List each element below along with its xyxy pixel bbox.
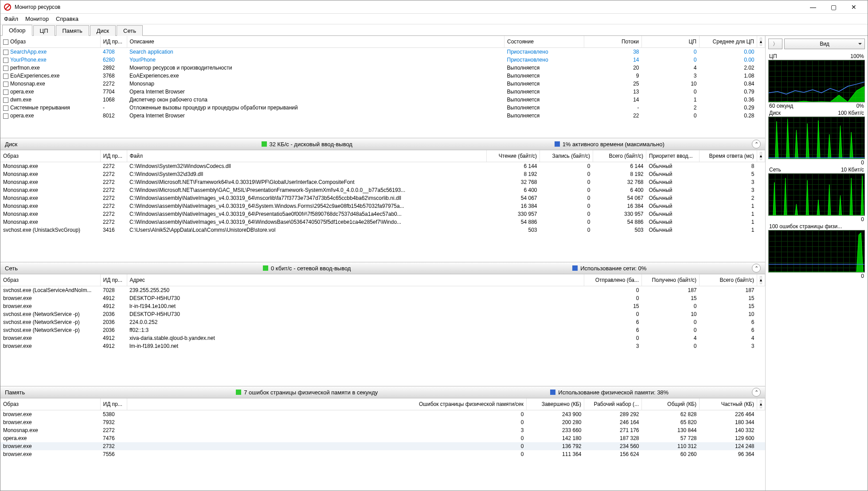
menu-monitor[interactable]: Монитор — [25, 16, 49, 22]
col-private[interactable]: Частный (КБ) — [700, 398, 757, 410]
scroll-up-icon[interactable]: ▲ — [760, 276, 762, 284]
table-row[interactable]: perfmon.exe2892Монитор ресурсов и произв… — [0, 64, 765, 72]
checkbox-all[interactable] — [3, 39, 8, 45]
col-priority[interactable]: Приоритет ввод... — [646, 150, 700, 162]
col-resp[interactable]: Время ответа (мс) — [700, 150, 757, 162]
row-checkbox[interactable] — [3, 113, 8, 119]
table-row[interactable]: YourPhone.exe6280YourPhoneПриостановлено… — [0, 56, 765, 64]
titlebar[interactable]: Монитор ресурсов — ▢ ✕ — [0, 0, 868, 14]
table-row[interactable]: svchost.exe (LocalServiceAndNoIm...70282… — [0, 286, 765, 295]
col-desc[interactable]: Описание — [127, 36, 504, 48]
col-image[interactable]: Образ — [10, 39, 26, 45]
table-row[interactable]: Monosnap.exe2272C:\Windows\Microsoft.NET… — [0, 178, 765, 186]
col-share[interactable]: Общий (КБ) — [642, 398, 700, 410]
disk-section-header[interactable]: Диск 32 КБ/с - дисковый ввод-вывод 1% ак… — [0, 138, 765, 150]
row-checkbox[interactable] — [3, 90, 8, 95]
table-row[interactable]: browser.exe4912DESKTOP-H5HU73001515 — [0, 294, 765, 302]
tab-memory[interactable]: Память — [56, 25, 89, 36]
col-pid[interactable]: ИД пр... — [100, 398, 127, 410]
table-row[interactable]: browser.exe4912lm-in-f189.1e100.net303 — [0, 342, 765, 350]
col-total[interactable]: Всего (байт/с) — [700, 274, 757, 286]
col-cpu[interactable]: ЦП — [642, 36, 700, 48]
table-row[interactable]: dwm.exe1068Диспетчер окон рабочего стола… — [0, 96, 765, 104]
col-pid[interactable]: ИД пр... — [100, 36, 127, 48]
table-row[interactable]: browser.exe4912xiva-daria.stable.qloud-b… — [0, 334, 765, 342]
table-row[interactable]: svchost.exe (UnistackSvcGroup)3416C:\Use… — [0, 226, 765, 234]
table-row[interactable]: browser.exe4912lr-in-f194.1e100.net15015 — [0, 302, 765, 310]
expand-sidebar-button[interactable]: 〉 — [768, 39, 782, 49]
menu-help[interactable]: Справка — [56, 16, 78, 22]
col-threads[interactable]: Потоки — [584, 36, 642, 48]
network-section-header[interactable]: Сеть 0 кбит/с - сетевой ввод-вывод Испол… — [0, 262, 765, 274]
disk-grid[interactable]: Образ ИД пр... Файл Чтение (байт/с) Запи… — [0, 150, 765, 262]
row-checkbox[interactable] — [3, 50, 8, 55]
collapse-icon[interactable]: ⌃ — [752, 264, 761, 273]
table-row[interactable]: svchost.exe (NetworkService -p)2036ff02:… — [0, 326, 765, 334]
table-row[interactable]: Monosnap.exe22723233 660271 176130 84414… — [0, 426, 765, 434]
col-commit[interactable]: Завершено (КБ) — [527, 398, 584, 410]
cpu-header-row[interactable]: Образ ИД пр... Описание Состояние Потоки… — [0, 36, 765, 48]
col-ws[interactable]: Рабочий набор (... — [584, 398, 642, 410]
table-row[interactable]: Monosnap.exe2272C:\Windows\assembly\Nati… — [0, 210, 765, 218]
tab-network[interactable]: Сеть — [117, 25, 143, 36]
close-button[interactable]: ✕ — [844, 0, 864, 14]
menu-file[interactable]: Файл — [4, 16, 18, 22]
disk-header-row[interactable]: Образ ИД пр... Файл Чтение (байт/с) Запи… — [0, 150, 765, 162]
col-pid[interactable]: ИД пр... — [100, 274, 127, 286]
col-recv[interactable]: Получено (байт/с) — [642, 274, 700, 286]
collapse-icon[interactable]: ⌃ — [752, 140, 761, 148]
row-checkbox[interactable] — [3, 97, 8, 103]
col-image[interactable]: Образ — [0, 398, 100, 410]
table-row[interactable]: opera.exe8012Opera Internet BrowserВыпол… — [0, 112, 765, 120]
row-checkbox[interactable] — [3, 82, 8, 87]
table-row[interactable]: svchost.exe (NetworkService -p)2036224.0… — [0, 318, 765, 326]
table-row[interactable]: opera.exe74760142 180187 32857 728129 60… — [0, 434, 765, 442]
maximize-button[interactable]: ▢ — [823, 0, 844, 14]
table-row[interactable]: opera.exe7704Opera Internet BrowserВыпол… — [0, 88, 765, 96]
tab-disk[interactable]: Диск — [90, 25, 116, 36]
table-row[interactable]: EoAExperiences.exe3768EoAExperiences.exe… — [0, 72, 765, 80]
table-row[interactable]: Monosnap.exe2272C:\Windows\System32\Wind… — [0, 162, 765, 171]
table-row[interactable]: Monosnap.exe2272MonosnapВыполняется25100… — [0, 80, 765, 88]
col-file[interactable]: Файл — [127, 150, 487, 162]
cpu-grid[interactable]: Образ ИД пр... Описание Состояние Потоки… — [0, 36, 765, 138]
col-pid[interactable]: ИД пр... — [100, 150, 127, 162]
table-row[interactable]: Monosnap.exe2272C:\Windows\assembly\Nati… — [0, 218, 765, 226]
table-row[interactable]: svchost.exe (NetworkService -p)2036DESKT… — [0, 310, 765, 318]
view-dropdown[interactable]: Вид — [784, 39, 865, 49]
table-row[interactable]: SearchApp.exe4708Search applicationПриос… — [0, 48, 765, 56]
tab-cpu[interactable]: ЦП — [33, 25, 55, 36]
table-row[interactable]: Monosnap.exe2272C:\Windows\assembly\Nati… — [0, 194, 765, 202]
col-image[interactable]: Образ — [0, 274, 100, 286]
row-checkbox[interactable] — [3, 58, 8, 63]
col-image[interactable]: Образ — [0, 150, 100, 162]
table-row[interactable]: browser.exe75560111 364156 62460 26096 3… — [0, 450, 765, 458]
col-sent[interactable]: Отправлено (ба... — [584, 274, 642, 286]
col-avgcpu[interactable]: Среднее для ЦП — [700, 36, 757, 48]
table-row[interactable]: browser.exe79320200 280246 16465 820180 … — [0, 418, 765, 426]
table-row[interactable]: Monosnap.exe2272C:\Windows\Microsoft.NET… — [0, 186, 765, 194]
memory-grid[interactable]: Образ ИД пр... Ошибок страницы физическо… — [0, 398, 765, 491]
table-row[interactable]: Системные прерывания-Отложенные вызовы п… — [0, 104, 765, 112]
table-row[interactable]: browser.exe53800243 900289 29262 828226 … — [0, 410, 765, 419]
col-addr[interactable]: Адрес — [127, 274, 584, 286]
col-write[interactable]: Запись (байт/с) — [540, 150, 593, 162]
scroll-up-icon[interactable]: ▲ — [760, 38, 762, 46]
table-row[interactable]: Monosnap.exe2272C:\Windows\System32\d3d9… — [0, 170, 765, 178]
memory-section-header[interactable]: Память 7 ошибок страницы физической памя… — [0, 386, 765, 398]
collapse-icon[interactable]: ⌃ — [752, 388, 761, 397]
row-checkbox[interactable] — [3, 74, 8, 79]
row-checkbox[interactable] — [3, 66, 8, 71]
row-checkbox[interactable] — [3, 105, 8, 111]
net-header-row[interactable]: Образ ИД пр... Адрес Отправлено (ба... П… — [0, 274, 765, 286]
col-faults[interactable]: Ошибок страницы физической памяти/сек — [127, 398, 527, 410]
scroll-up-icon[interactable]: ▲ — [760, 400, 762, 408]
col-read[interactable]: Чтение (байт/с) — [487, 150, 540, 162]
minimize-button[interactable]: — — [803, 0, 823, 14]
table-row[interactable]: Monosnap.exe2272C:\Windows\assembly\Nati… — [0, 202, 765, 210]
scroll-up-icon[interactable]: ▲ — [760, 152, 762, 160]
col-status[interactable]: Состояние — [504, 36, 584, 48]
table-row[interactable]: browser.exe27320136 792234 560110 312124… — [0, 442, 765, 450]
network-grid[interactable]: Образ ИД пр... Адрес Отправлено (ба... П… — [0, 274, 765, 386]
tab-overview[interactable]: Обзор — [2, 25, 32, 36]
